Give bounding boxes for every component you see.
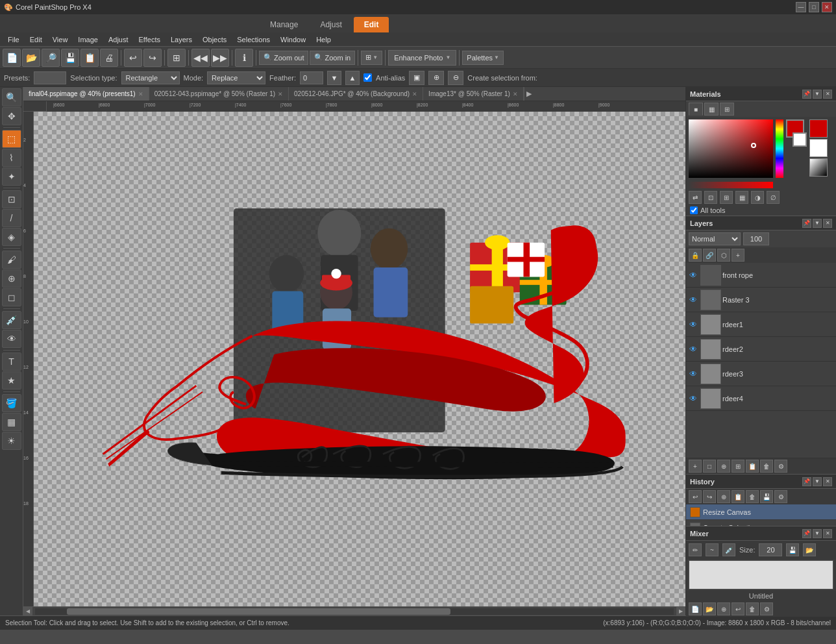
menu-image[interactable]: Image bbox=[73, 34, 103, 45]
mixer-tool-btn[interactable]: ✏ bbox=[689, 543, 702, 556]
materials-menu-btn[interactable]: ▼ bbox=[813, 90, 822, 99]
background-color[interactable] bbox=[793, 132, 807, 147]
menu-effects[interactable]: Effects bbox=[134, 34, 166, 45]
presets-swatch[interactable] bbox=[34, 71, 66, 84]
selection-type-select[interactable]: Rectangle Ellipse Triangle bbox=[121, 71, 180, 84]
menu-view[interactable]: View bbox=[47, 34, 73, 45]
antialias-checkbox[interactable] bbox=[363, 73, 372, 82]
color-gradient[interactable] bbox=[689, 119, 773, 178]
menu-file[interactable]: File bbox=[3, 34, 25, 45]
tool-shape[interactable]: ★ bbox=[2, 371, 21, 390]
mixer-clear-btn[interactable]: 🗑 bbox=[746, 602, 759, 615]
layer-settings-btn[interactable]: ⚙ bbox=[774, 460, 787, 473]
browse-btn[interactable]: 🔎 bbox=[42, 49, 60, 67]
tool-gradient[interactable]: ▦ bbox=[2, 413, 21, 431]
save-btn[interactable]: 💾 bbox=[61, 49, 79, 67]
mat-tab-solid[interactable]: ■ bbox=[689, 103, 703, 116]
mixer-pick-btn[interactable]: 💉 bbox=[722, 543, 735, 556]
layer-4-vis[interactable]: 👁 bbox=[687, 368, 699, 380]
tab-manage[interactable]: Manage bbox=[260, 17, 308, 32]
tool-crop[interactable]: ⊡ bbox=[2, 190, 21, 208]
info-btn[interactable]: ℹ bbox=[235, 49, 253, 67]
history-clear-btn[interactable]: 🗑 bbox=[746, 490, 759, 503]
layer-merge-btn[interactable]: ⊕ bbox=[717, 460, 730, 473]
tool-selection[interactable]: ⬚ bbox=[2, 130, 21, 148]
doc-tabs-arrow[interactable]: ▶ bbox=[524, 87, 534, 101]
tab-adjust[interactable]: Adjust bbox=[310, 17, 352, 32]
sel-mode-btn1[interactable]: ▣ bbox=[409, 71, 424, 85]
alpha-bar[interactable] bbox=[689, 182, 773, 188]
history-options-btn[interactable]: ⚙ bbox=[774, 490, 787, 503]
fg-chip[interactable] bbox=[809, 119, 828, 138]
gradient-chip[interactable] bbox=[809, 158, 828, 177]
layer-item-3[interactable]: 👁 rdeer2 bbox=[686, 337, 836, 362]
menu-adjust[interactable]: Adjust bbox=[103, 34, 134, 45]
history-redo-btn[interactable]: ↪ bbox=[703, 490, 716, 503]
mixer-smear-btn[interactable]: ~ bbox=[706, 543, 719, 556]
save-as-btn[interactable]: 📋 bbox=[80, 49, 99, 67]
mat-tab-gradient[interactable]: ▦ bbox=[704, 103, 719, 116]
layer-5-vis[interactable]: 👁 bbox=[687, 393, 699, 404]
layer-1-vis[interactable]: 👁 bbox=[687, 294, 699, 306]
bg-chip[interactable] bbox=[809, 139, 828, 157]
layers-close-btn[interactable]: ✕ bbox=[823, 219, 832, 228]
enhance-photo-btn[interactable]: Enhance Photo ▼ bbox=[388, 50, 456, 66]
history-pin-btn[interactable]: 📌 bbox=[802, 477, 811, 486]
history-menu-btn[interactable]: ▼ bbox=[813, 477, 822, 486]
history-item-0[interactable]: Resize Canvas bbox=[686, 504, 836, 520]
hscroll-left-btn[interactable]: ◀ bbox=[23, 607, 32, 616]
opacity-input[interactable] bbox=[743, 232, 769, 245]
layer-group-btn[interactable]: □ bbox=[703, 460, 716, 473]
feather-up-btn[interactable]: ▲ bbox=[345, 71, 360, 85]
layer-0-vis[interactable]: 👁 bbox=[687, 269, 699, 281]
menu-layers[interactable]: Layers bbox=[166, 34, 197, 45]
mixer-close-btn[interactable]: ✕ bbox=[823, 529, 832, 538]
doc-tab-1-close[interactable]: ✕ bbox=[278, 91, 283, 97]
canvas-scroll[interactable] bbox=[34, 112, 685, 606]
layer-item-1[interactable]: 👁 Raster 3 bbox=[686, 288, 836, 312]
layer-item-0[interactable]: 👁 front rope bbox=[686, 263, 836, 288]
mixer-pin-btn[interactable]: 📌 bbox=[802, 529, 811, 538]
layer-item-5[interactable]: 👁 rdeer4 bbox=[686, 386, 836, 411]
open-btn[interactable]: 📂 bbox=[22, 49, 40, 67]
mixer-open-btn[interactable]: 📂 bbox=[703, 602, 716, 615]
doc-tab-0-close[interactable]: ✕ bbox=[138, 91, 143, 97]
layer-3-vis[interactable]: 👁 bbox=[687, 343, 699, 355]
mixer-settings-btn[interactable]: ⚙ bbox=[760, 602, 773, 615]
doc-tab-2[interactable]: 020512-046.JPG* @ 40% (Background) ✕ bbox=[289, 87, 423, 101]
layers-menu-btn[interactable]: ▼ bbox=[813, 219, 822, 228]
step-fwd-btn[interactable]: ▶▶ bbox=[211, 49, 229, 67]
layers-pin-btn[interactable]: 📌 bbox=[802, 219, 811, 228]
tool-flood-fill[interactable]: 🪣 bbox=[2, 394, 21, 412]
layer-highlight-btn[interactable]: ⬡ bbox=[717, 249, 730, 262]
mat-pattern-btn[interactable]: ▦ bbox=[735, 191, 748, 204]
menu-selections[interactable]: Selections bbox=[232, 34, 275, 45]
feather-input[interactable] bbox=[300, 71, 323, 84]
layer-item-4[interactable]: 👁 rdeer3 bbox=[686, 362, 836, 386]
layer-flatten-btn[interactable]: ⊞ bbox=[731, 460, 744, 473]
print-btn[interactable]: 🖨 bbox=[100, 49, 118, 67]
mat-gradient2-btn[interactable]: ◑ bbox=[751, 191, 764, 204]
step-back-btn[interactable]: ◀◀ bbox=[191, 49, 210, 67]
mat-sample-btn[interactable]: ⊡ bbox=[704, 191, 717, 204]
mat-tab-pattern[interactable]: ⊞ bbox=[720, 103, 734, 116]
close-btn[interactable]: ✕ bbox=[822, 2, 832, 12]
mixer-load-btn[interactable]: 📂 bbox=[803, 543, 816, 556]
tool-dodge[interactable]: ☀ bbox=[2, 432, 21, 450]
tool-text[interactable]: T bbox=[2, 353, 21, 371]
tab-edit[interactable]: Edit bbox=[354, 17, 389, 32]
layer-item-2[interactable]: 👁 rdeer1 bbox=[686, 312, 836, 337]
doc-tab-3[interactable]: Image13* @ 50% (Raster 1) ✕ bbox=[423, 87, 524, 101]
minimize-btn[interactable]: — bbox=[796, 2, 806, 12]
doc-tab-3-close[interactable]: ✕ bbox=[513, 91, 518, 97]
layer-delete-btn[interactable]: 🗑 bbox=[760, 460, 773, 473]
mode-select[interactable]: Replace Add Remove bbox=[207, 71, 265, 84]
history-stepback-btn[interactable]: ⊕ bbox=[717, 490, 730, 503]
palettes-btn[interactable]: Palettes ▼ bbox=[462, 51, 504, 65]
fit-btn[interactable]: ⊞ ▼ bbox=[361, 51, 382, 65]
history-copy-btn[interactable]: 📋 bbox=[731, 490, 744, 503]
mixer-menu-btn[interactable]: ▼ bbox=[813, 529, 822, 538]
mat-swap-btn[interactable]: ⇄ bbox=[689, 191, 702, 204]
deform-btn[interactable]: ⊞ bbox=[167, 49, 186, 67]
all-tools-checkbox[interactable] bbox=[690, 206, 698, 214]
